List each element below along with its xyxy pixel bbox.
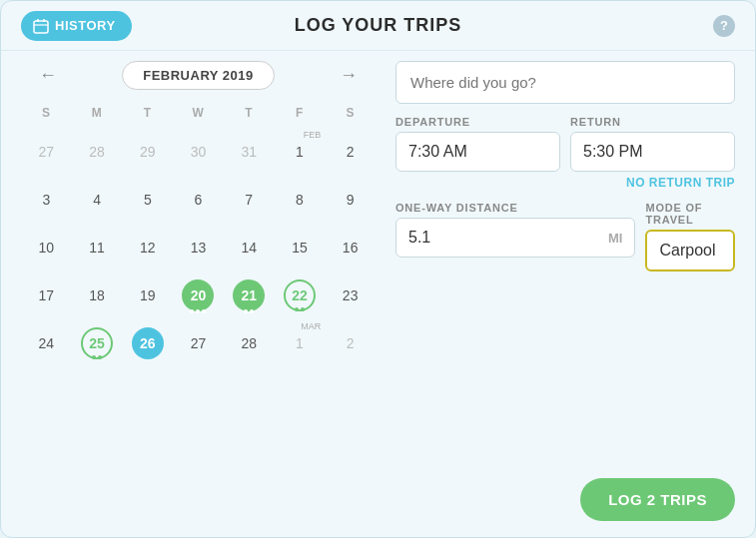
month-label: FEBRUARY 2019 [122, 61, 275, 90]
day-header-thu: T [224, 102, 275, 128]
day-cell-21[interactable]: 21 [224, 271, 275, 319]
page-title: LOG YOUR TRIPS [295, 15, 462, 36]
day-cell[interactable]: 3 [21, 176, 72, 224]
distance-input[interactable] [408, 219, 608, 257]
day-cell[interactable]: 12 [122, 224, 173, 271]
day-cell[interactable]: 28 [224, 319, 275, 367]
week-2: 3 4 5 6 7 8 9 [21, 176, 376, 224]
day-cell[interactable]: 10 [21, 224, 72, 271]
calendar-icon [33, 18, 49, 34]
day-cell[interactable]: MAR 1 [275, 319, 326, 367]
day-cell-25[interactable]: 25 [72, 319, 123, 367]
day-cell[interactable]: 27 [173, 319, 224, 367]
day-cell[interactable]: 11 [72, 224, 123, 271]
header: HISTORY LOG YOUR TRIPS ? [1, 1, 755, 51]
bottom-bar: LOG 2 TRIPS [1, 478, 755, 537]
app-container: HISTORY LOG YOUR TRIPS ? ← FEBRUARY 2019… [0, 0, 756, 538]
return-group: RETURN NO RETURN TRIP [570, 116, 735, 190]
day-cell[interactable]: 6 [173, 176, 224, 224]
distance-label: ONE-WAY DISTANCE [395, 202, 635, 214]
distance-input-wrapper: MI [395, 218, 635, 258]
history-label: HISTORY [55, 18, 116, 33]
day-cell[interactable]: 4 [72, 176, 123, 224]
day-cell-22[interactable]: 22 [275, 271, 326, 319]
day-header-mon: M [72, 102, 123, 128]
no-return-trip-link[interactable]: NO RETURN TRIP [570, 176, 735, 190]
day-cell[interactable]: 17 [21, 271, 72, 319]
day-cell[interactable]: 23 [325, 271, 376, 319]
distance-group: ONE-WAY DISTANCE MI [395, 202, 635, 271]
history-button[interactable]: HISTORY [21, 11, 132, 41]
day-cell[interactable]: 28 [72, 128, 123, 176]
travel-mode-group: MODE OF TRAVEL [645, 202, 735, 271]
day-cell[interactable]: 27 [21, 128, 72, 176]
distance-travel-row: ONE-WAY DISTANCE MI MODE OF TRAVEL [395, 202, 735, 271]
log-trips-button[interactable]: LOG 2 TRIPS [580, 478, 735, 521]
return-label: RETURN [570, 116, 735, 128]
day-header-tue: T [122, 102, 173, 128]
day-cell-26[interactable]: 26 [122, 319, 173, 367]
day-cell[interactable]: 5 [122, 176, 173, 224]
return-input[interactable] [570, 132, 735, 172]
right-panel: DEPARTURE RETURN NO RETURN TRIP ONE-WAY … [395, 61, 735, 458]
day-header-sat: S [325, 102, 376, 128]
calendar-grid: S M T W T F S 27 28 29 30 31 FEB [21, 102, 376, 367]
day-cell[interactable]: 14 [224, 224, 275, 271]
calendar-nav: ← FEBRUARY 2019 → [21, 61, 376, 90]
svg-rect-2 [43, 19, 45, 22]
departure-group: DEPARTURE [395, 116, 560, 190]
week-3: 10 11 12 13 14 15 16 [21, 224, 376, 271]
week-1: 27 28 29 30 31 FEB 1 2 [21, 128, 376, 176]
next-month-button[interactable]: → [332, 61, 366, 90]
destination-input[interactable] [395, 61, 735, 104]
travel-mode-input[interactable] [645, 230, 735, 271]
week-4: 17 18 19 20 21 [21, 271, 376, 319]
calendar-section: ← FEBRUARY 2019 → S M T W T F S 27 [21, 61, 376, 458]
departure-label: DEPARTURE [395, 116, 560, 128]
day-cell[interactable]: 16 [325, 224, 376, 271]
prev-month-button[interactable]: ← [31, 61, 65, 90]
svg-rect-1 [37, 19, 39, 22]
day-cell[interactable]: 29 [122, 128, 173, 176]
day-cell[interactable]: 30 [173, 128, 224, 176]
day-header-fri: F [275, 102, 326, 128]
day-cell-20[interactable]: 20 [173, 271, 224, 319]
day-cell[interactable]: 13 [173, 224, 224, 271]
day-cell[interactable]: 2 [325, 319, 376, 367]
day-cell[interactable]: 18 [72, 271, 123, 319]
departure-input[interactable] [395, 132, 560, 172]
travel-mode-label: MODE OF TRAVEL [645, 202, 735, 226]
day-header-wed: W [173, 102, 224, 128]
day-cell[interactable]: FEB 1 [275, 128, 326, 176]
day-cell[interactable]: 7 [224, 176, 275, 224]
day-cell[interactable]: 9 [325, 176, 376, 224]
day-header-sun: S [21, 102, 72, 128]
week-5: 24 25 26 27 28 MAR [21, 319, 376, 367]
svg-rect-0 [34, 21, 48, 33]
time-row: DEPARTURE RETURN NO RETURN TRIP [395, 116, 735, 190]
day-cell[interactable]: 24 [21, 319, 72, 367]
distance-unit: MI [608, 231, 622, 246]
day-cell[interactable]: 19 [122, 271, 173, 319]
day-cell[interactable]: 15 [275, 224, 326, 271]
day-cell[interactable]: 2 [325, 128, 376, 176]
day-cell[interactable]: 8 [275, 176, 326, 224]
help-button[interactable]: ? [713, 15, 735, 37]
day-headers-row: S M T W T F S [21, 102, 376, 128]
day-cell[interactable]: 31 [224, 128, 275, 176]
main-content: ← FEBRUARY 2019 → S M T W T F S 27 [1, 51, 755, 478]
